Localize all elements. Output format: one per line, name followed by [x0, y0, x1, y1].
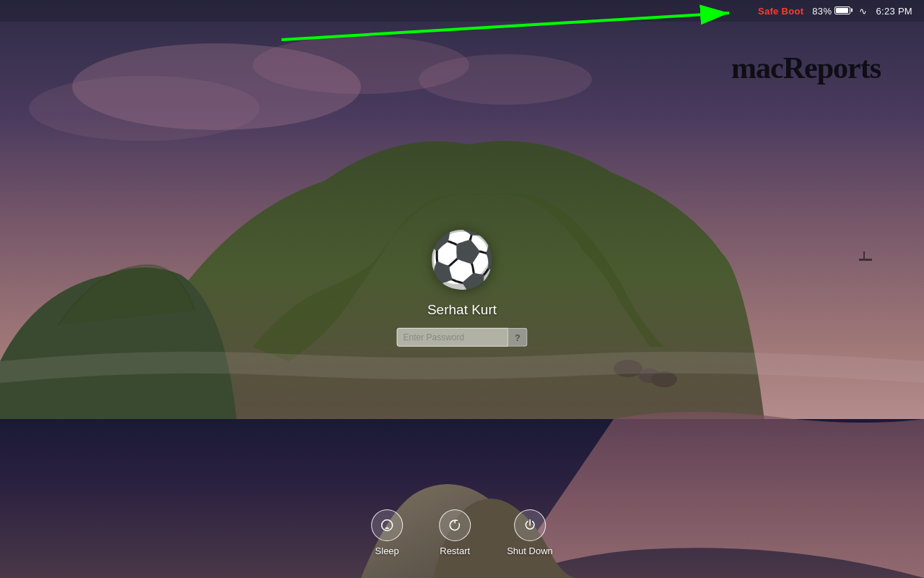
menubar: Safe Boot 83% ∿ 6:23 PM: [0, 0, 924, 22]
bottom-action-buttons: Sleep Restart Shut Down: [371, 509, 553, 556]
restart-button-circle[interactable]: [439, 509, 471, 541]
svg-point-3: [419, 54, 592, 105]
sleep-button-circle[interactable]: [371, 509, 403, 541]
user-avatar: ⚽: [430, 227, 494, 292]
password-help-button[interactable]: ?: [509, 328, 528, 347]
battery-icon: [834, 7, 850, 14]
safe-boot-label: Safe Boot: [758, 6, 803, 17]
svg-rect-10: [863, 251, 865, 260]
svg-point-8: [651, 371, 677, 387]
restart-label: Restart: [440, 545, 470, 556]
sleep-button[interactable]: Sleep: [371, 509, 403, 556]
password-input[interactable]: [397, 328, 509, 347]
clock: 6:23 PM: [876, 6, 912, 17]
battery-percentage: 83%: [812, 6, 850, 17]
power-icon: [523, 518, 537, 532]
shutdown-button[interactable]: Shut Down: [507, 509, 553, 556]
watermark: macReports: [731, 51, 881, 85]
login-container: ⚽ Serhat Kurt ?: [397, 227, 528, 347]
restart-button[interactable]: Restart: [439, 509, 471, 556]
password-container[interactable]: ?: [397, 328, 528, 347]
sleep-label: Sleep: [375, 545, 399, 556]
username-label: Serhat Kurt: [427, 302, 497, 318]
svg-rect-9: [859, 259, 872, 261]
svg-point-13: [382, 520, 393, 531]
sleep-icon: [380, 518, 394, 532]
shutdown-button-circle[interactable]: [514, 509, 546, 541]
svg-point-4: [29, 76, 260, 141]
shutdown-label: Shut Down: [507, 545, 553, 556]
restart-icon: [448, 518, 462, 532]
wifi-icon: ∿: [859, 6, 867, 17]
